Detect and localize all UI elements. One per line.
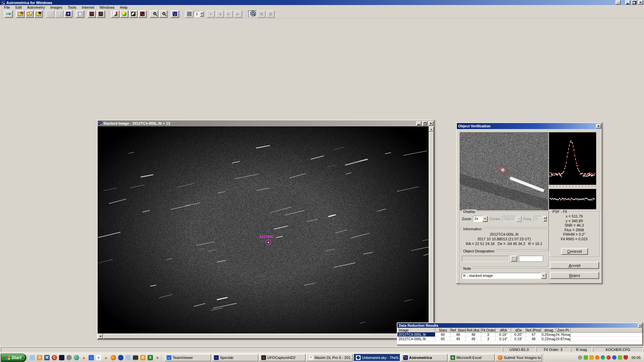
add-reference-stars-button[interactable]: ★ [64,10,72,18]
magnify-mode-button[interactable] [248,10,257,18]
vlc-icon[interactable]: ▲ [81,355,87,360]
stacked-image-titlebar[interactable]: Stacked Image - 2012TC4-005L.fit + 13 × [98,120,434,126]
contrast-button[interactable] [129,10,138,18]
film-icon[interactable] [133,355,138,360]
image-maximize-button[interactable] [422,121,427,126]
open-image-list-button[interactable] [25,10,34,18]
frame-up-icon[interactable]: ▲ [200,11,204,14]
task-maxim-dl[interactable]: *MaxIm DL Pro 5 - 201... [307,354,353,361]
object-verification-titlebar[interactable]: Object Verification × [457,123,602,129]
overflow-chevron-icon[interactable]: » [156,355,159,360]
nvidia-icon[interactable] [618,355,622,360]
color-sphere-button[interactable] [120,10,128,18]
usb-device-icon[interactable] [584,355,588,360]
task-teamviewer[interactable]: ↔TeamViewer [165,354,211,361]
menu-help[interactable]: Help [117,5,130,10]
menu-internet[interactable]: Internet [79,5,97,10]
open-star-catalog-button[interactable] [34,10,43,18]
task-ufocapture[interactable]: UUFOCaptureHD2 [259,354,306,361]
column-header-dra[interactable]: dRA [496,328,511,333]
horizontal-scroll-thumb[interactable] [103,334,423,339]
table-row[interactable]: 2012TC4-006L.fit 60 49 49 3 0.14" 0.19" … [397,337,642,341]
restore-button[interactable] [632,0,637,5]
column-header-dmag[interactable]: dmag [541,328,556,333]
menu-tools[interactable]: Tools [65,5,79,10]
clock-sync-icon[interactable] [612,355,616,360]
centroid-button[interactable]: Centroid [561,248,588,255]
task-astrometrica[interactable]: Astrometrica [401,354,447,361]
main-titlebar[interactable]: Astrometrica for Windows ↔ × [0,0,644,5]
track-button[interactable] [4,10,13,18]
image-minimize-button[interactable] [416,121,421,126]
column-header-zero-pt[interactable]: Zero Pt. [556,328,571,333]
frame-down-icon[interactable]: ▼ [200,14,204,17]
night-image-icon[interactable] [59,355,64,360]
ccleaner-tray-icon[interactable] [606,355,611,360]
excel-icon[interactable]: X [148,355,153,360]
mail-icon[interactable] [30,355,35,360]
volume-icon[interactable] [589,355,594,360]
security-shield-icon[interactable] [624,355,628,360]
frame-number-stepper[interactable]: ▲ ▼ [200,11,204,17]
globe-icon[interactable] [74,355,79,360]
zoom-select[interactable]: 2x ▼ [473,216,488,222]
menu-windows[interactable]: Windows [97,5,117,10]
task-thesky[interactable]: Unbenannt.sky - TheS... [354,354,400,361]
delete-marked-button[interactable] [88,10,96,18]
menu-astrometry[interactable]: Astrometry [24,5,48,10]
reject-button[interactable]: Reject [550,272,599,279]
column-header-ref-phot[interactable]: Ref./Phot. [526,328,541,333]
designation-browse-button[interactable] [511,256,517,262]
star-map-button[interactable] [171,10,179,18]
data-reduction-titlebar[interactable]: Data Reduction Results × [397,323,642,328]
open-images-button[interactable] [16,10,24,18]
note-select[interactable]: K - stacked image ▼ [462,273,546,279]
horizontal-scrollbar[interactable]: ◀ ▶ [98,334,429,339]
vertical-scroll-thumb[interactable] [429,132,434,328]
vlc-icon[interactable]: ▲ [103,355,109,360]
cell-image[interactable]: 2012TC4-005L.fit [397,333,435,337]
teamviewer-icon[interactable]: ↔ [89,355,94,360]
delete-all-button[interactable] [97,10,105,18]
scroll-up-icon[interactable]: ▲ [429,126,434,132]
ov-close-button[interactable]: × [596,124,601,128]
firefox-icon[interactable] [111,355,116,360]
background-map-button[interactable] [138,10,147,18]
chevron-down-icon[interactable]: ▼ [482,216,488,222]
outlook-icon[interactable]: O [37,355,42,360]
histogram-button[interactable] [111,10,119,18]
vertical-scrollbar[interactable]: ▲ ▼ [429,126,434,334]
image-close-button[interactable]: × [428,121,433,126]
data-reduction-close-button[interactable]: × [638,324,642,327]
resize-arrows-button[interactable]: ↔ [615,0,621,5]
fox-tray-icon[interactable] [595,355,599,360]
teamviewer-tray-icon[interactable] [601,355,605,360]
zoom-out-button[interactable]: − [159,10,167,18]
column-header-ref-stars[interactable]: Ref. Stars [450,328,466,333]
cell-image[interactable]: 2012TC4-006L.fit [397,337,435,341]
internet-explorer-icon[interactable]: e [96,355,101,360]
minimize-button[interactable] [625,0,630,5]
table-row[interactable]: 2012TC4-005L.fit 60 48 48 3 0.16" 0.20" … [397,333,642,337]
column-header-dde[interactable]: dDe [511,328,526,333]
start-button[interactable]: Start [1,354,26,362]
frame-number-field[interactable]: 3 [194,11,200,17]
window-app-icon[interactable] [125,355,131,360]
word-icon[interactable]: W [44,355,50,360]
zoom-in-button[interactable]: + [150,10,158,18]
scroll-left-icon[interactable]: ◀ [98,334,103,339]
eye-app-icon[interactable] [118,355,123,360]
ccleaner-icon[interactable]: C [52,355,57,360]
column-header-fit-order[interactable]: Fit Order [481,328,496,333]
volume-settings-icon[interactable] [578,355,582,360]
task-excel[interactable]: XMicrosoft Excel [448,354,495,361]
task-speclab[interactable]: ~Speclab [212,354,258,361]
menu-edit[interactable]: Edit [13,5,24,10]
object-zoom-view[interactable] [460,132,548,210]
accept-button[interactable]: Accept [550,262,599,269]
outlook-icon[interactable]: O [140,355,146,360]
chevron-down-icon[interactable]: ▼ [541,273,546,279]
task-firefox[interactable]: Submit Your Images to... [496,354,542,361]
stacked-image-canvas[interactable] [98,126,429,334]
close-button[interactable]: × [638,0,643,5]
